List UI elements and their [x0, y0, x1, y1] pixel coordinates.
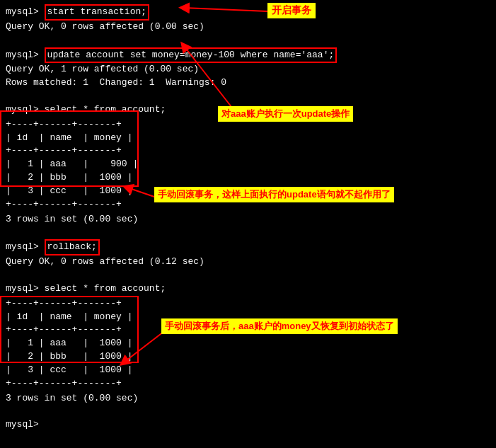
cmd-rollback: rollback;: [45, 239, 100, 255]
line-rows-matched: Rows matched: 1 Changed: 1 Warnings: 0: [6, 76, 490, 90]
annotation-restored-info: 手动回滚事务后，aaa账户的money又恢复到初始状态了: [161, 318, 398, 334]
line-update-cmd: mysql> update account set money=money-10…: [6, 47, 490, 64]
prompt-3: mysql>: [6, 104, 45, 115]
output-query-ok-3: Query OK, 0 rows affected (0.12 sec): [6, 256, 204, 267]
line-select-2: mysql> select * from account;: [6, 282, 490, 296]
line-query-ok-2: Query OK, 1 row affected (0.00 sec): [6, 63, 490, 76]
annotation-update-op: 对aaa账户执行一次update操作: [218, 106, 353, 122]
prompt-5: mysql>: [6, 283, 45, 294]
annotation-kaiqishiwu: 开启事务: [267, 3, 316, 18]
cmd-select-2: select * from account;: [45, 283, 166, 294]
cmd-select-1: select * from account;: [45, 104, 166, 115]
prompt-1: mysql>: [6, 6, 45, 17]
blank-3: [6, 226, 490, 240]
blank-4: [6, 269, 490, 282]
table2-row-2: | 2 | bbb | 1000 |: [6, 350, 490, 364]
line-rows-set-1: 3 rows in set (0.00 sec): [6, 213, 490, 226]
terminal: mysql> start transaction; Query OK, 0 ro…: [6, 4, 490, 432]
table2-row-3: | 3 | ccc | 1000 |: [6, 364, 490, 377]
output-query-ok-1: Query OK, 0 rows affected (0.00 sec): [6, 21, 204, 32]
table1-row-2: | 2 | bbb | 1000 |: [6, 171, 490, 185]
blank-2: [6, 90, 490, 103]
output-query-ok-2: Query OK, 1 row affected (0.00 sec): [6, 64, 199, 74]
line-rollback-cmd: mysql> rollback;: [6, 239, 490, 255]
annotation-rollback-info: 手动回滚事务，这样上面执行的update语句就不起作用了: [154, 187, 394, 202]
table1-header-border: +----+------+-------+: [6, 144, 490, 158]
output-rows-set-2: 3 rows in set (0.00 sec): [6, 393, 138, 403]
table2-row-1: | 1 | aaa | 1000 |: [6, 337, 490, 350]
output-rows-set-1: 3 rows in set (0.00 sec): [6, 214, 138, 224]
output-rows-matched: Rows matched: 1 Changed: 1 Warnings: 0: [6, 77, 226, 88]
table2-top-border: +----+------+-------+: [6, 297, 490, 311]
table-2-container: +----+------+-------+ | id | name | mone…: [6, 297, 490, 391]
table1-header-row: | id | name | money |: [6, 132, 490, 145]
line-rows-set-2: 3 rows in set (0.00 sec): [6, 392, 490, 406]
cmd-start-transaction: start transaction;: [45, 4, 149, 21]
cmd-update: update account set money=money-100 where…: [45, 47, 338, 64]
line-final-prompt: mysql>: [6, 418, 490, 432]
line-start-transaction: mysql> start transaction;: [6, 4, 490, 21]
table2-bottom-border: +----+------+-------+: [6, 377, 490, 391]
line-query-ok-3: Query OK, 0 rows affected (0.12 sec): [6, 255, 490, 269]
line-query-ok-1: Query OK, 0 rows affected (0.00 sec): [6, 21, 490, 34]
prompt-2: mysql>: [6, 50, 45, 60]
table1-row-1: | 1 | aaa | 900 |: [6, 158, 490, 171]
prompt-4: mysql>: [6, 241, 45, 252]
prompt-6: mysql>: [6, 419, 45, 430]
blank-5: [6, 405, 490, 418]
blank-1: [6, 34, 490, 47]
